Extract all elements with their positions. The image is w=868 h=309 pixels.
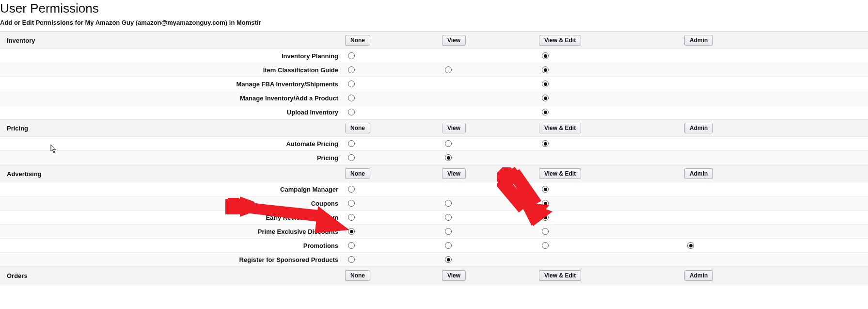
radio-none[interactable] (345, 242, 442, 249)
radio-icon[interactable] (348, 214, 355, 221)
radio-icon[interactable] (445, 154, 452, 161)
radio-icon[interactable] (542, 52, 549, 59)
radio-none[interactable] (345, 52, 442, 59)
section-name: Advertising (0, 170, 345, 178)
radio-icon[interactable] (348, 186, 355, 193)
view-button[interactable]: View (442, 35, 466, 46)
radio-view_edit[interactable] (539, 228, 684, 235)
radio-none[interactable] (345, 228, 442, 235)
radio-none[interactable] (345, 66, 442, 73)
permission-label: Automate Pricing (0, 140, 345, 147)
radio-icon[interactable] (445, 242, 452, 249)
radio-icon[interactable] (445, 214, 452, 221)
radio-dot-icon (689, 244, 693, 247)
none-button[interactable]: None (345, 123, 370, 133)
radio-icon[interactable] (348, 140, 355, 147)
radio-view[interactable] (442, 200, 539, 207)
radio-view (442, 186, 539, 193)
radio-icon[interactable] (445, 200, 452, 207)
radio-icon[interactable] (542, 186, 549, 193)
radio-icon[interactable] (542, 81, 549, 87)
permission-row: Campaign Manager (0, 182, 868, 196)
none-button[interactable]: None (345, 168, 370, 179)
view_edit-button[interactable]: View & Edit (539, 270, 581, 281)
radio-none[interactable] (345, 154, 442, 161)
radio-admin (684, 154, 868, 161)
view-button[interactable]: View (442, 168, 466, 179)
radio-view_edit[interactable] (539, 200, 684, 207)
view_edit-button[interactable]: View & Edit (539, 168, 581, 179)
radio-view_edit[interactable] (539, 66, 684, 73)
radio-view[interactable] (442, 228, 539, 235)
radio-view_edit[interactable] (539, 109, 684, 115)
radio-icon[interactable] (542, 140, 549, 147)
radio-none[interactable] (345, 200, 442, 207)
radio-icon[interactable] (542, 242, 549, 249)
permission-row: Promotions (0, 239, 868, 253)
radio-view_edit[interactable] (539, 52, 684, 59)
radio-view_edit[interactable] (539, 242, 684, 249)
radio-view[interactable] (442, 214, 539, 221)
radio-icon[interactable] (542, 228, 549, 235)
radio-view[interactable] (442, 140, 539, 147)
radio-icon[interactable] (542, 95, 549, 101)
radio-view_edit[interactable] (539, 140, 684, 147)
radio-view[interactable] (442, 154, 539, 161)
radio-icon[interactable] (348, 66, 355, 73)
none-button[interactable]: None (345, 270, 370, 281)
view_edit-button[interactable]: View & Edit (539, 123, 581, 133)
none-button[interactable]: None (345, 35, 370, 46)
radio-icon[interactable] (348, 154, 355, 161)
admin-button[interactable]: Admin (684, 35, 713, 46)
radio-admin[interactable] (684, 242, 868, 249)
permission-row: Automate Pricing (0, 137, 868, 151)
radio-none[interactable] (345, 214, 442, 221)
radio-none[interactable] (345, 256, 442, 263)
permission-row: Register for Sponsored Products (0, 253, 868, 267)
radio-icon[interactable] (542, 214, 549, 221)
radio-view (442, 95, 539, 101)
page-title: User Permissions (0, 0, 868, 17)
radio-icon[interactable] (348, 109, 355, 115)
radio-icon[interactable] (445, 256, 452, 263)
admin-button[interactable]: Admin (684, 168, 713, 179)
radio-icon[interactable] (542, 66, 549, 73)
radio-none[interactable] (345, 186, 442, 193)
radio-icon[interactable] (348, 95, 355, 101)
section-name: Pricing (0, 125, 345, 132)
radio-icon[interactable] (445, 66, 452, 73)
radio-none[interactable] (345, 109, 442, 115)
radio-view_edit[interactable] (539, 186, 684, 193)
permission-row: Manage FBA Inventory/Shipments (0, 77, 868, 91)
radio-icon[interactable] (542, 109, 549, 115)
radio-view_edit[interactable] (539, 95, 684, 101)
radio-none[interactable] (345, 140, 442, 147)
radio-icon[interactable] (348, 242, 355, 249)
radio-icon[interactable] (348, 200, 355, 207)
radio-view[interactable] (442, 242, 539, 249)
radio-icon[interactable] (348, 256, 355, 263)
radio-icon[interactable] (445, 140, 452, 147)
radio-none[interactable] (345, 81, 442, 87)
admin-button[interactable]: Admin (684, 123, 713, 133)
radio-view[interactable] (442, 66, 539, 73)
view-button[interactable]: View (442, 270, 466, 281)
radio-view_edit[interactable] (539, 214, 684, 221)
view-button[interactable]: View (442, 123, 466, 133)
radio-view_edit[interactable] (539, 81, 684, 87)
admin-button[interactable]: Admin (684, 270, 713, 281)
header-col-view: View (442, 168, 539, 179)
radio-icon[interactable] (348, 228, 355, 235)
header-col-view_edit: View & Edit (539, 168, 684, 179)
radio-icon[interactable] (687, 242, 694, 249)
radio-none[interactable] (345, 95, 442, 101)
radio-icon[interactable] (348, 52, 355, 59)
permission-label: Campaign Manager (0, 186, 345, 193)
radio-icon[interactable] (348, 81, 355, 87)
radio-icon[interactable] (445, 228, 452, 235)
view_edit-button[interactable]: View & Edit (539, 35, 581, 46)
radio-view[interactable] (442, 256, 539, 263)
radio-icon[interactable] (542, 200, 549, 207)
radio-admin (684, 214, 868, 221)
permission-label: Early Reviewer Program (0, 214, 345, 221)
